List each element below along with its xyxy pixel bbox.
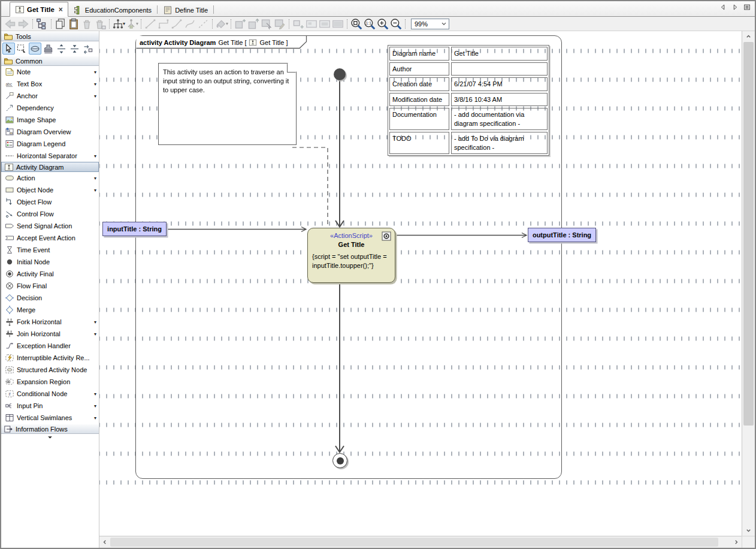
palette-item-anchor[interactable]: Anchor▾ xyxy=(1,90,99,102)
tab-scroll-left-icon[interactable] xyxy=(719,3,727,11)
palette-item-join-horizontal[interactable]: Join Horizontal▾ xyxy=(1,328,99,340)
dropdown-arrow-icon[interactable]: ▾ xyxy=(94,176,96,181)
dropdown-arrow-icon[interactable]: ▾ xyxy=(94,319,96,325)
diagram-frame-header[interactable]: activity Activity Diagram Get Title [ Ge… xyxy=(140,37,288,47)
toolbar-fill-color-button[interactable]: ▾ xyxy=(215,18,228,30)
toolbar-path-rectilinear-button[interactable] xyxy=(157,18,170,30)
toolbar-zoom-fit-button[interactable] xyxy=(350,18,363,30)
dropdown-arrow-icon[interactable]: ▾ xyxy=(94,153,96,159)
toolbar-zoom-in-button[interactable] xyxy=(376,18,389,30)
vertical-scroll-thumb[interactable] xyxy=(743,42,754,426)
diagram-info-table[interactable]: Diagram nameGet TitleAuthorCreation date… xyxy=(388,45,549,156)
palette-item-vertical-swimlanes[interactable]: Vertical Swimlanes▾ xyxy=(1,412,99,424)
tab-define-title[interactable]: Define Title xyxy=(158,4,213,16)
toolbar-path-straight-button[interactable] xyxy=(144,18,157,30)
palette-item-object-node[interactable]: Object Node▾ xyxy=(1,184,99,196)
palette-item-expansion-region[interactable]: Expansion Region xyxy=(1,376,99,388)
toolbar-copy-button[interactable] xyxy=(54,18,67,30)
toolbar-insert-shape-above-button[interactable] xyxy=(247,18,260,30)
palette-item-merge[interactable]: Merge xyxy=(1,304,99,316)
toolbar-delete-button[interactable] xyxy=(80,18,93,30)
toolbar-path-custom-button[interactable] xyxy=(196,18,210,30)
palette-item-control-flow[interactable]: Control Flow xyxy=(1,208,99,220)
toolbar-autosize-button[interactable] xyxy=(292,18,305,30)
palette-item-note[interactable]: Note▾ xyxy=(1,66,99,78)
palette-item-exception-handler[interactable]: Exception Handler xyxy=(1,340,99,352)
stamp-tool-button[interactable] xyxy=(42,43,55,55)
dropdown-arrow-icon[interactable]: ▾ xyxy=(94,70,96,75)
tab-close-icon[interactable]: × xyxy=(59,7,63,13)
palette-item-diagram-legend[interactable]: Diagram Legend xyxy=(1,138,99,150)
palette-item-flow-final[interactable]: Flow Final xyxy=(1,280,99,292)
toolbar-screen-small-button[interactable] xyxy=(305,18,318,30)
palette-item-image-shape[interactable]: Image Shape xyxy=(1,114,99,126)
initial-node[interactable] xyxy=(334,68,346,80)
toolbar-screen-large-button[interactable] xyxy=(331,18,344,30)
toolbar-path-oblique-button[interactable] xyxy=(170,18,183,30)
activity-final-node[interactable] xyxy=(332,453,347,468)
tab-get-title[interactable]: Get Title× xyxy=(10,2,68,17)
scroll-left-button[interactable] xyxy=(99,536,110,548)
palette-item-fork-horizontal[interactable]: Fork Horizontal▾ xyxy=(1,316,99,328)
compress-space-tool-button[interactable] xyxy=(68,43,81,55)
select-tool-button[interactable] xyxy=(2,43,15,55)
palette-item-input-pin[interactable]: Input Pin▾ xyxy=(1,400,99,412)
palette-item-horizontal-separator[interactable]: Horizontal Separator▾ xyxy=(1,150,99,162)
toolbar-path-curved-button[interactable] xyxy=(183,18,196,30)
palette-item-decision[interactable]: Decision xyxy=(1,292,99,304)
toolbar-layout-diagram-button[interactable]: ▾ xyxy=(112,18,125,30)
palette-item-time-event[interactable]: Time Event xyxy=(1,244,99,256)
dropdown-arrow-icon[interactable]: ▾ xyxy=(94,331,96,337)
toolbar-insert-shape-button[interactable] xyxy=(234,18,247,30)
palette-item-structured-activity-node[interactable]: Structured Activity Node xyxy=(1,364,99,376)
palette-item-interruptible-activity-re[interactable]: Interruptible Activity Re... xyxy=(1,352,99,364)
dropdown-arrow-icon[interactable]: ▾ xyxy=(94,188,96,193)
toolbar-layout-quick-button[interactable]: ▾ xyxy=(125,18,138,30)
toolbar-containment-tree-button[interactable] xyxy=(35,18,49,30)
toolbar-zoom-out-button[interactable] xyxy=(389,18,403,30)
output-pin-node[interactable]: outputTitle : String xyxy=(528,228,596,242)
toolbar-nav-forward-button[interactable] xyxy=(17,18,30,30)
palette-section-information-flows[interactable]: Information Flows xyxy=(1,424,99,434)
toolbar-nav-back-button[interactable] xyxy=(4,18,17,30)
scroll-right-button[interactable] xyxy=(731,536,742,548)
tab-list-icon[interactable] xyxy=(743,3,751,11)
palette-section-tools[interactable]: Tools xyxy=(1,31,99,41)
documentation-note[interactable]: This activity uses an action to traverse… xyxy=(158,63,297,145)
vertical-scrollbar[interactable] xyxy=(742,31,755,536)
connector-tool-button[interactable] xyxy=(29,43,41,55)
horizontal-scroll-thumb[interactable] xyxy=(110,538,718,547)
scroll-down-button[interactable] xyxy=(742,526,755,536)
marquee-select-tool-button[interactable] xyxy=(16,43,28,55)
dropdown-arrow-icon[interactable]: ▾ xyxy=(94,391,96,397)
palette-item-conditional-node[interactable]: ifConditional Node▾ xyxy=(1,388,99,400)
retype-tool-button[interactable] xyxy=(81,43,94,55)
palette-item-initial-node[interactable]: Initial Node xyxy=(1,256,99,268)
palette-item-object-flow[interactable]: Object Flow xyxy=(1,196,99,208)
action-get-title[interactable]: «ActionScript» Get Title {script = "set … xyxy=(307,228,395,283)
palette-section-common[interactable]: Common xyxy=(1,56,99,66)
zoom-level-combobox[interactable]: 99% xyxy=(411,19,449,29)
palette-item-accept-event-action[interactable]: Accept Event Action xyxy=(1,232,99,244)
toolbar-select-related-button[interactable] xyxy=(260,18,273,30)
dropdown-arrow-icon[interactable]: ▾ xyxy=(94,82,96,87)
toolbar-paste-button[interactable] xyxy=(67,18,80,30)
horizontal-scrollbar[interactable] xyxy=(99,536,742,548)
palette-item-send-signal-action[interactable]: Send Signal Action xyxy=(1,220,99,232)
palette-item-diagram-overview[interactable]: Diagram Overview xyxy=(1,126,99,138)
diagram-canvas[interactable]: activity Activity Diagram Get Title [ Ge… xyxy=(99,31,742,536)
palette-item-action[interactable]: Action▾ xyxy=(1,172,99,184)
scroll-up-button[interactable] xyxy=(742,31,755,41)
toolbar-delete-from-model-button[interactable] xyxy=(93,18,107,30)
palette-item-text-box[interactable]: abcText Box▾ xyxy=(1,78,99,90)
dropdown-arrow-icon[interactable]: ▾ xyxy=(94,93,96,99)
note-anchor-line[interactable] xyxy=(292,147,328,227)
dropdown-arrow-icon[interactable]: ▾ xyxy=(94,403,96,409)
tab-educationcomponents[interactable]: EducationComponents xyxy=(68,4,156,16)
toolbar-edit-shape-button[interactable] xyxy=(273,18,286,30)
toolbar-screen-medium-button[interactable] xyxy=(318,18,331,30)
tab-scroll-right-icon[interactable] xyxy=(731,3,739,11)
vertical-space-tool-button[interactable] xyxy=(55,43,68,55)
palette-item-activity-final[interactable]: Activity Final xyxy=(1,268,99,280)
palette-section-activity-diagram[interactable]: Activity Diagram xyxy=(1,162,99,172)
